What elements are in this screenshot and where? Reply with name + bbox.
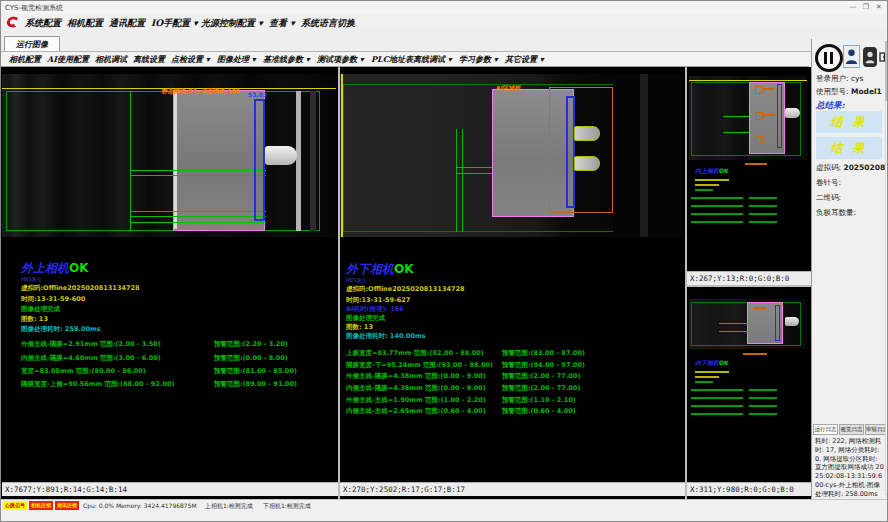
tool-offline-settings[interactable]: 离线设置 <box>133 54 165 65</box>
green-hline <box>719 331 749 332</box>
camera-title-text: 外上相机 <box>21 261 69 275</box>
separator-region-pink-rect <box>173 90 265 231</box>
pause-button[interactable] <box>815 44 843 72</box>
green-hline <box>719 323 749 324</box>
tool-plc-address[interactable]: PLC地址表 <box>371 54 413 65</box>
camera-image-outer-lower[interactable]: AI区域框 <box>340 74 683 237</box>
ai-mini-label <box>763 114 775 116</box>
operator-button[interactable] <box>863 47 877 67</box>
camera-panel-outer-lower: AI区域框 外下相机OK MES复位 虚拟码:Offline2025020813… <box>340 67 685 499</box>
close-button[interactable]: ✕ <box>873 2 885 12</box>
green-hline <box>130 216 266 217</box>
tool-spotcheck[interactable]: 点检设置 ▾ <box>171 54 210 65</box>
measurement-value: 外侧主线-隔膜=2.91mm 范围:(2.00 - 3.50) <box>21 340 161 349</box>
menu-item-view[interactable]: 查看 ▾ <box>269 17 295 30</box>
measurement-value: 内侧主线-隔膜=4.60mm 范围:(3.00 - 6.00) <box>21 354 161 363</box>
right-sidebar: 登录用户: cys 使用型号: Model1 总结果: 结 果 结 果 虚拟码:… <box>811 39 888 499</box>
comm-link-badge: 通讯连接 <box>55 501 79 510</box>
pixel-coordinate-bar: X:7677;Y:891;R:14;G:14;B:14 <box>2 482 338 496</box>
menu-item-light-config[interactable]: 光源控制配置 ▾ <box>201 17 263 30</box>
camera-thumb-inner-lower[interactable]: 内下相机OK X:311;Y:980;R:0;G:0;B:0 <box>687 287 811 499</box>
meas-line <box>691 397 743 399</box>
camera-link-badge: 相机连接 <box>29 501 53 510</box>
pixel-coordinate-bar: X:267;Y:13;R:0;G:0;B:0 <box>687 271 811 285</box>
green-vline <box>462 129 463 232</box>
measurement-warn: 预警范围:(2.00 - 77.00) <box>502 384 580 393</box>
cpu-memory-readout: Cpu: 0.0% Memory: 3424.41796875M <box>83 502 197 509</box>
electrode-tab-blob <box>265 146 297 165</box>
tab-run-image[interactable]: 运行图像 <box>4 36 60 51</box>
tool-offline-debug[interactable]: 离线调试 ▾ <box>413 54 452 65</box>
camera-ok-status: OK <box>719 359 729 366</box>
info-line <box>695 376 719 378</box>
window-title: CYS-视觉检测系统 <box>5 3 63 13</box>
tab-strip: 运行图像 <box>1 30 887 52</box>
camera-title-text: 外下相机 <box>346 262 394 276</box>
log-tab-vision[interactable]: 视觉日志 <box>839 424 864 435</box>
blue-measure-label: 53.03 <box>248 91 267 98</box>
pixel-coordinate-bar: X:270;Y:2502;R:17;G:17;B:17 <box>340 482 685 496</box>
tool-test-params[interactable]: 测试项参数 ▾ <box>317 54 364 65</box>
camera-image-inner-lower[interactable] <box>689 299 807 349</box>
tool-baseline-params[interactable]: 基准线参数 ▾ <box>263 54 310 65</box>
green-vline <box>456 129 457 232</box>
meas-line <box>691 405 743 407</box>
info-line <box>695 371 729 373</box>
tool-image-process[interactable]: 图像处理 ▾ <box>217 54 256 65</box>
info-line <box>695 184 719 186</box>
menu-item-io-config[interactable]: IO手配置 ▾ <box>151 17 198 30</box>
log-tab-run[interactable]: 运行日志 <box>813 424 838 435</box>
main-view: 静态阈值:93, 动态阈值:100 53.03 外上相机OK MES复位 虚拟码… <box>1 67 811 499</box>
needle-number-label: 卷针号: <box>816 178 841 188</box>
camera-thumb-inner-upper[interactable]: 内上相机OK X:267;Y:13;R:0;G:0;B:0 <box>687 67 811 285</box>
meas-line <box>749 389 777 391</box>
menu-item-camera-config[interactable]: 相机配置 <box>67 17 103 30</box>
tool-ai-usage-config[interactable]: AI使用配置 <box>47 54 89 65</box>
camera-panel-outer-upper: 静态阈值:93, 动态阈值:100 53.03 外上相机OK MES复位 虚拟码… <box>2 67 338 499</box>
camera-image-inner-upper[interactable] <box>689 76 807 160</box>
measurement-warn: 预警范围:(2.20 - 3.20) <box>214 340 288 349</box>
camera-ok-status: OK <box>69 261 89 275</box>
menu-item-language-switch[interactable]: 系统语言切换 <box>301 17 355 30</box>
menu-item-comm-config[interactable]: 通讯配置 <box>109 17 145 30</box>
process-elapsed: 图像处理耗时: 258.00ms <box>21 325 101 334</box>
capture-time: 时间:13-31-59-627 <box>346 296 410 305</box>
ai-box <box>755 112 763 120</box>
virtual-code: 虚拟码:Offline2025020813134728 <box>346 285 465 294</box>
camera-title: 内上相机OK <box>695 167 729 176</box>
camera-ok-status: OK <box>394 262 414 276</box>
dark-band <box>310 91 316 231</box>
measurement-value: 外侧主线-隔膜=4.38mm 范围:(0.00 - 9.00) <box>346 372 486 381</box>
login-user-button[interactable] <box>843 45 860 68</box>
meas-line <box>749 413 777 415</box>
camera-title-text: 内下相机 <box>695 359 719 366</box>
model-value: Model1 <box>851 87 882 96</box>
measurement-warn: 预警范围:(89.00 - 91.00) <box>214 380 297 389</box>
meas-line <box>691 205 743 207</box>
info-line <box>695 381 713 383</box>
minimize-button[interactable]: — <box>847 2 859 12</box>
edge-blue-rect <box>254 99 265 221</box>
meas-line <box>691 213 743 215</box>
tool-camera-config[interactable]: 相机配置 <box>9 54 41 65</box>
measurement-warn: 预警范围:(2.00 - 77.00) <box>502 372 580 381</box>
tool-learn-params[interactable]: 学习参数 ▾ <box>459 54 498 65</box>
ai-box <box>755 86 763 94</box>
meas-line <box>691 413 743 415</box>
menu-item-system-config[interactable]: 系统配置 <box>25 17 61 30</box>
heartbeat-badge: 心跳信号 <box>3 501 27 510</box>
camera-image-outer-upper[interactable]: 静态阈值:93, 动态阈值:100 53.03 <box>2 74 336 237</box>
secondary-toolbar: 相机配置 AI使用配置 相机调试 离线设置 点检设置 ▾ 图像处理 ▾ 基准线参… <box>1 52 809 67</box>
process-elapsed: 图像处理耗时: 140.00ms <box>346 332 426 341</box>
dark-band <box>640 74 648 237</box>
process-done: 图像处理完成 <box>21 305 60 314</box>
thumbnail-column: 内上相机OK X:267;Y:13;R:0;G:0;B:0 <box>687 67 811 499</box>
maximize-button[interactable]: ❐ <box>860 2 872 12</box>
tool-camera-debug[interactable]: 相机调试 <box>95 54 127 65</box>
edge-blue-rect <box>566 96 575 208</box>
vcode-label: 虚拟码: 20250208 <box>816 163 885 173</box>
tool-other-settings[interactable]: 其它设置 ▾ <box>505 54 544 65</box>
frame-count: 图数: 13 <box>21 315 48 324</box>
camera-title: 外上相机OK <box>21 260 89 277</box>
camera-title-text: 内上相机 <box>695 167 719 174</box>
